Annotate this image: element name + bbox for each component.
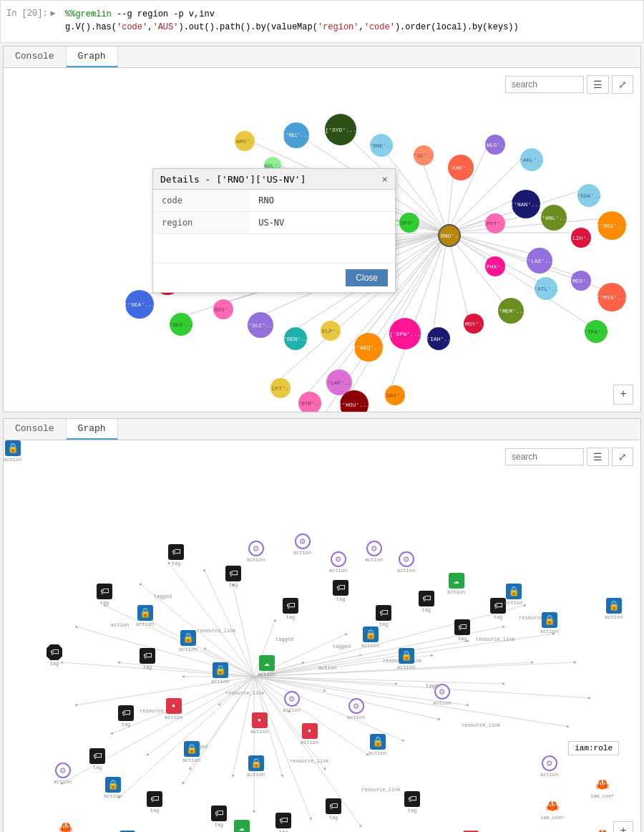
cloud-node-3[interactable]: ☁ action [233,820,250,832]
graph-node-14[interactable]: ['HNL'... [541,205,567,231]
tab-graph-1[interactable]: Graph [67,47,118,67]
tag-node-13[interactable]: 🏷 tag [89,748,105,770]
graph-node-44[interactable]: ['TPA'... [585,320,608,343]
graph-node-33[interactable]: ['SLC'... [248,312,273,338]
graph-node-41[interactable]: ['ATL'... [535,277,557,300]
iam-node-2[interactable]: 🦀 iam_user [590,777,615,799]
cloud-node-1[interactable]: ☁ action [258,655,275,677]
graph-node-10[interactable]: ['WLG'... [485,135,505,155]
run-icon[interactable]: ▶ [51,8,56,19]
graph-node-46[interactable]: ['LFT'... [270,378,291,398]
tag-node-16[interactable]: 🏷 tag [275,813,291,832]
graph-node-11[interactable]: ['AKL'... [520,148,543,171]
purple-node-4[interactable]: ⚙ action [247,541,265,563]
graph-node-9[interactable]: ['CHC'... [448,155,474,180]
purple-node-9[interactable]: ⚙ action [540,755,558,778]
graph-node-2[interactable]: ['ARV'... [235,131,255,151]
graph-node-3[interactable]: ['SYD'... [325,114,356,145]
graph-node-13[interactable]: ['PPT'... [485,213,505,233]
purple-node-1[interactable]: ⚙ action [329,551,347,574]
tab-graph-2[interactable]: Graph [67,419,118,440]
graph-node-31[interactable]: ['GEG'... [170,313,192,336]
tag-node-11[interactable]: 🏷 tag [140,648,155,670]
red-node-2[interactable]: ▪ action [250,712,268,735]
graph-node-30[interactable]: ['SEA'... [125,290,154,319]
tag-node-10[interactable]: 🏷 tag [490,598,506,620]
graph-node-21[interactable]: ['SFO'... [399,213,419,233]
search-input-1[interactable] [505,76,584,93]
graph-node-37[interactable]: ['DFW'... [389,318,421,349]
tag-node-6[interactable]: 🏷 tag [333,580,348,602]
tag-node-9[interactable]: 🏷 tag [454,619,470,642]
graph-node-35[interactable]: ['ELP'... [321,321,341,341]
tab-console-1[interactable]: Console [4,47,67,67]
purple-node-6[interactable]: ⚙ action [347,698,365,720]
graph-node-42[interactable]: ['MCO'... [571,271,591,291]
graph-node-34[interactable]: ['DEN'... [284,327,307,350]
purple-node-5[interactable]: ⚙ action [397,551,415,574]
purple-node-10[interactable]: ⚙ action [54,763,72,785]
graph-node-12[interactable]: ['NAN'... [512,190,540,218]
graph-node-16[interactable]: ['LIH'... [571,228,591,248]
tag-node-17[interactable]: 🏷 tag [326,798,341,821]
resource-node-3[interactable]: 🔒 action [211,662,229,685]
graph-node-43[interactable]: ['MIA'... [597,283,626,311]
graph-node-32[interactable]: ['BOI'... [213,299,233,319]
graph-node-15[interactable]: ['KOA'... [577,184,600,207]
graph-node-4[interactable]: ['BNE'... [370,134,393,157]
tag-node-15[interactable]: 🏷 tag [211,806,227,828]
resource-node-7[interactable]: 🔒 action [504,584,522,606]
tag-node-12[interactable]: 🏷 tag [118,705,134,727]
resource-node-9[interactable]: 🔒 action [605,598,623,620]
resource-node-5[interactable]: 🔒 action [361,627,379,649]
purple-node-3[interactable]: ⚙ action [365,541,383,563]
resource-node-2[interactable]: 🔒 action [179,630,197,652]
zoom-plus-2[interactable]: + [613,821,633,832]
red-node-1[interactable]: ▪ action [165,698,182,720]
resource-node-1[interactable]: 🔒 action [136,605,154,627]
resource-node-6[interactable]: 🔒 action [397,648,415,670]
tag-node-2[interactable]: 🏷 tag [97,584,112,606]
iam-node-1[interactable]: 🦀 iam_user [540,798,565,821]
graph-node-5[interactable]: ['GC'... [414,145,434,165]
tag-node-5[interactable]: 🏷 tag [283,598,298,620]
graph-node-49[interactable]: ['SAT'... [385,385,405,405]
dialog-close-x[interactable]: × [382,173,388,185]
tag-node-4[interactable]: 🏷 tag [225,566,241,588]
iam-node-4[interactable]: 🦀 iam_user [54,820,78,832]
graph-node-40[interactable]: ['MEM'... [498,298,524,324]
graph-node-17[interactable]: ['OGG'... [597,211,626,240]
red-node-3[interactable]: ▪ action [301,723,318,745]
tag-node-1[interactable]: 🏷 tag [47,644,62,667]
graph-node-aus[interactable]: ['MEL'... [283,122,309,148]
graph-node-18[interactable]: ['LAS'... [527,248,552,274]
list-view-button-1[interactable]: ☰ [587,75,609,94]
iam-node-3[interactable]: 🦀 iam_user [590,827,615,832]
dialog-close-button[interactable]: Close [346,269,388,286]
graph-node-36[interactable]: ['ABQ'... [354,333,383,362]
graph-node-38[interactable]: ['IAH'... [427,327,450,350]
resource-node-8[interactable]: 🔒 action [540,612,558,634]
tag-node-18[interactable]: 🏷 tag [404,791,420,813]
resource-node-11[interactable]: 🔒 action [247,755,265,778]
tag-node-3[interactable]: 🏷 tag [168,544,184,566]
resource-node-12[interactable]: 🔒 action [369,734,386,756]
graph-node-48[interactable]: ['HOU'... [340,390,369,412]
graph-node-39[interactable]: ['MSY'... [464,314,484,334]
resource-node-10[interactable]: 🔒 action [182,741,200,763]
graph-node-19[interactable]: ['PHX'... [485,256,505,276]
tag-node-7[interactable]: 🏷 tag [376,605,391,627]
fullscreen-button-1[interactable]: ⤢ [612,75,633,94]
tab-console-2[interactable]: Console [4,419,67,440]
purple-node-2[interactable]: ⚙ action [293,533,311,556]
purple-node-8[interactable]: ⚙ action [433,684,451,706]
graph-node-47[interactable]: ['BTR'... [298,392,321,412]
zoom-plus-1[interactable]: + [613,384,633,405]
resource-node-4[interactable]: 🔒 action [4,440,21,463]
search-input-2[interactable] [505,448,584,465]
resource-node-13[interactable]: 🔒 action [104,777,122,799]
purple-node-7[interactable]: ⚙ action [283,691,301,713]
tag-node-14[interactable]: 🏷 tag [147,791,162,813]
cloud-node-2[interactable]: ☁ action [447,573,465,595]
tag-node-8[interactable]: 🏷 tag [419,591,434,613]
